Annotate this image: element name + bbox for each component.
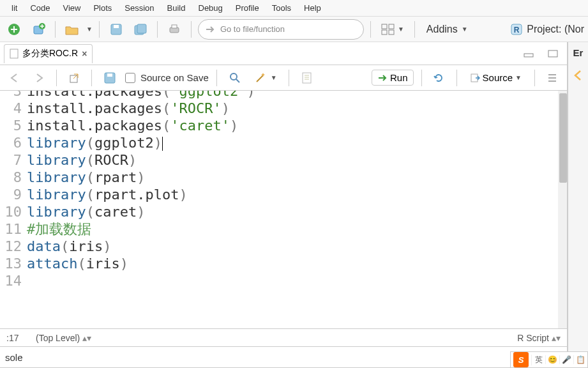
svg-rect-12 bbox=[389, 30, 394, 34]
menu-debug[interactable]: Debug bbox=[192, 1, 229, 15]
ime-logo-icon: S bbox=[513, 352, 529, 367]
separator bbox=[534, 70, 535, 86]
minimize-icon bbox=[523, 49, 534, 58]
save-icon bbox=[103, 72, 116, 84]
console-pane-header: sole bbox=[0, 346, 567, 368]
file-type-selector[interactable]: R Script ▴▾ bbox=[517, 333, 561, 343]
panes-icon bbox=[381, 24, 395, 35]
minimize-pane-button[interactable] bbox=[518, 44, 539, 63]
rerun-button[interactable] bbox=[430, 72, 449, 84]
separator bbox=[289, 70, 289, 86]
addins-menu[interactable]: Addins ▼ bbox=[421, 24, 473, 35]
find-button[interactable] bbox=[225, 70, 245, 86]
svg-rect-11 bbox=[382, 30, 387, 34]
menu-code[interactable]: Code bbox=[24, 1, 56, 15]
r-file-icon bbox=[10, 49, 19, 59]
svg-rect-16 bbox=[524, 54, 533, 57]
arrow-left-icon bbox=[9, 73, 20, 83]
menu-tools[interactable]: Tools bbox=[266, 1, 298, 15]
run-icon bbox=[377, 73, 388, 82]
right-sidebar: Er bbox=[568, 42, 588, 368]
vertical-scrollbar[interactable] bbox=[558, 91, 567, 328]
open-file-button[interactable] bbox=[62, 20, 82, 39]
goto-file-function[interactable]: Go to file/function bbox=[198, 19, 364, 40]
project-label: Project: (Nor bbox=[527, 24, 584, 35]
svg-rect-10 bbox=[389, 24, 394, 29]
menu-lit[interactable]: lit bbox=[5, 1, 24, 15]
ime-lang[interactable]: 英 bbox=[531, 355, 545, 365]
svg-text:R: R bbox=[514, 26, 520, 34]
ime-cell-2[interactable]: 🎤 bbox=[559, 355, 573, 364]
separator bbox=[91, 70, 92, 86]
code-editor[interactable]: 34567891011121314 install.packages('ggpl… bbox=[0, 91, 567, 328]
compile-report-button[interactable] bbox=[297, 70, 316, 86]
outline-icon bbox=[547, 73, 558, 83]
menu-build[interactable]: Build bbox=[161, 1, 192, 15]
save-button[interactable] bbox=[106, 20, 126, 39]
folder-open-icon bbox=[64, 23, 80, 36]
line-gutter: 34567891011121314 bbox=[0, 91, 27, 328]
svg-rect-6 bbox=[137, 24, 146, 33]
menu-session[interactable]: Session bbox=[118, 1, 160, 15]
editor-tabs: 多分类ROC.R × bbox=[0, 42, 567, 65]
source-on-save-label: Source on Save bbox=[140, 72, 209, 83]
source-pane: 多分类ROC.R × Source on Save ▼ bbox=[0, 42, 568, 368]
separator bbox=[370, 21, 371, 38]
new-project-button[interactable] bbox=[28, 20, 49, 39]
ime-cell-3[interactable]: 📋 bbox=[573, 355, 587, 364]
svg-rect-17 bbox=[548, 50, 557, 57]
popout-button[interactable] bbox=[64, 71, 84, 85]
svg-rect-15 bbox=[10, 49, 18, 58]
separator bbox=[191, 21, 192, 38]
menu-plots[interactable]: Plots bbox=[87, 1, 118, 15]
svg-rect-20 bbox=[107, 73, 112, 77]
menu-profile[interactable]: Profile bbox=[229, 1, 266, 15]
save-all-button[interactable] bbox=[130, 20, 151, 39]
chevron-left-icon bbox=[571, 68, 585, 82]
code-tools-button[interactable]: ▼ bbox=[250, 70, 281, 86]
code-content[interactable]: install.packages('ggplot2')install.packa… bbox=[27, 91, 567, 328]
project-menu[interactable]: R Project: (Nor bbox=[510, 23, 584, 36]
source-button[interactable]: Source ▼ bbox=[465, 70, 527, 85]
file-type-label: R Script bbox=[517, 333, 549, 343]
cube-plus-icon bbox=[31, 22, 45, 36]
menu-help[interactable]: Help bbox=[298, 1, 328, 15]
file-tab[interactable]: 多分类ROC.R × bbox=[4, 44, 93, 63]
outline-button[interactable] bbox=[543, 72, 562, 84]
ime-indicator[interactable]: S 英 😊 🎤 📋 bbox=[510, 351, 588, 368]
scope-selector[interactable]: (Top Level) ▴▾ bbox=[32, 333, 95, 343]
maximize-pane-button[interactable] bbox=[543, 44, 563, 63]
right-collapse-button[interactable] bbox=[571, 68, 585, 82]
ime-cell-1[interactable]: 😊 bbox=[545, 355, 559, 364]
run-label: Run bbox=[390, 72, 408, 83]
maximize-icon bbox=[547, 49, 559, 58]
separator bbox=[414, 21, 415, 38]
menu-bar: litCodeViewPlotsSessionBuildDebugProfile… bbox=[0, 0, 588, 17]
print-icon bbox=[167, 23, 181, 36]
save-file-button[interactable] bbox=[100, 70, 120, 86]
search-icon bbox=[229, 72, 241, 84]
scrollbar-thumb[interactable] bbox=[559, 93, 567, 183]
separator bbox=[99, 21, 100, 38]
menu-view[interactable]: View bbox=[56, 1, 87, 15]
back-button[interactable] bbox=[5, 72, 24, 84]
panes-layout-button[interactable]: ▼ bbox=[377, 24, 408, 35]
wand-icon bbox=[254, 72, 267, 84]
addins-label: Addins bbox=[426, 24, 458, 35]
main-toolbar: ▼ Go to file/function ▼ Addins ▼ R Proje… bbox=[0, 17, 588, 42]
run-button[interactable]: Run bbox=[372, 70, 414, 86]
new-file-button[interactable] bbox=[4, 20, 24, 39]
source-toolbar: Source on Save ▼ Run Source ▼ bbox=[0, 65, 567, 91]
print-button[interactable] bbox=[164, 20, 185, 39]
rerun-icon bbox=[433, 73, 445, 83]
notebook-icon bbox=[301, 72, 312, 84]
svg-rect-8 bbox=[172, 25, 177, 28]
separator bbox=[421, 70, 422, 86]
console-title: sole bbox=[5, 352, 23, 363]
tab-filename: 多分类ROC.R bbox=[22, 48, 78, 59]
forward-button[interactable] bbox=[29, 72, 49, 84]
separator bbox=[157, 21, 158, 38]
open-recent-dropdown[interactable]: ▼ bbox=[86, 26, 93, 33]
close-tab-icon[interactable]: × bbox=[82, 49, 87, 59]
source-on-save-checkbox[interactable] bbox=[125, 73, 135, 83]
